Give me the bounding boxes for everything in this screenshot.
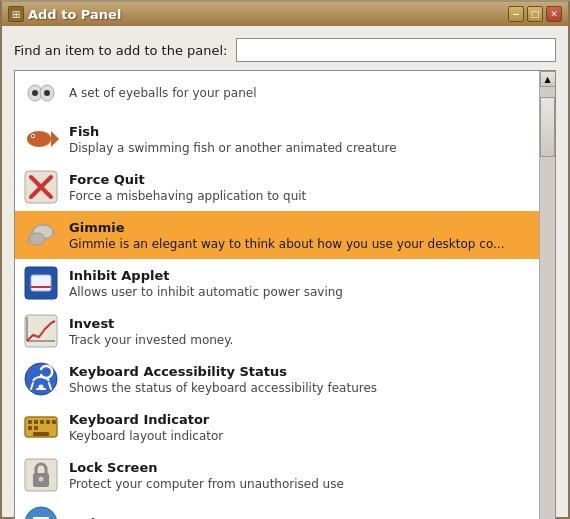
list-item[interactable]: Inhibit Applet Allows user to inhibit au… — [15, 259, 539, 307]
item-desc: A set of eyeballs for your panel — [69, 86, 257, 100]
item-icon — [23, 217, 59, 253]
item-text: Force Quit Force a misbehaving applicati… — [69, 172, 306, 203]
item-desc: Display a swimming fish or another anima… — [69, 141, 397, 155]
item-title: Lock Screen — [69, 460, 344, 475]
list-item[interactable]: Keyboard Indicator Keyboard layout indic… — [15, 403, 539, 451]
item-text: Fish Display a swimming fish or another … — [69, 124, 397, 155]
item-text: Keyboard Indicator Keyboard layout indic… — [69, 412, 223, 443]
window-icon: ⊞ — [8, 6, 24, 22]
item-desc: Keyboard layout indicator — [69, 429, 223, 443]
item-icon — [23, 265, 59, 301]
svg-rect-29 — [33, 432, 49, 436]
item-text: A set of eyeballs for your panel — [69, 86, 257, 100]
item-icon — [23, 121, 59, 157]
item-title: Force Quit — [69, 172, 306, 187]
search-row: Find an item to add to the panel: — [14, 38, 556, 62]
items-list: A set of eyeballs for your panel — [15, 71, 539, 519]
item-desc: Gimmie is an elegant way to think about … — [69, 237, 504, 251]
svg-rect-26 — [52, 420, 56, 424]
list-item[interactable]: Gimmie Gimmie is an elegant way to think… — [15, 211, 539, 259]
item-icon — [23, 409, 59, 445]
maximize-button[interactable]: □ — [527, 6, 543, 22]
svg-point-32 — [39, 477, 44, 482]
item-title: Inhibit Applet — [69, 268, 343, 283]
title-bar: ⊞ Add to Panel − □ ✕ — [2, 2, 568, 26]
item-title: Keyboard Indicator — [69, 412, 223, 427]
list-item[interactable]: A set of eyeballs for your panel — [15, 71, 539, 115]
svg-point-2 — [32, 90, 38, 96]
item-desc: Force a misbehaving application to quit — [69, 189, 306, 203]
item-text: Keyboard Accessibility Status Shows the … — [69, 364, 377, 395]
list-item[interactable]: Fish Display a swimming fish or another … — [15, 115, 539, 163]
item-title: Fish — [69, 124, 397, 139]
svg-rect-16 — [25, 315, 57, 347]
list-item[interactable]: Force Quit Force a misbehaving applicati… — [15, 163, 539, 211]
title-buttons: − □ ✕ — [508, 6, 562, 22]
search-label: Find an item to add to the panel: — [14, 43, 228, 58]
svg-rect-14 — [31, 275, 51, 291]
list-item[interactable]: Main Menu — [15, 499, 539, 519]
item-text: Inhibit Applet Allows user to inhibit au… — [69, 268, 343, 299]
list-container: A set of eyeballs for your panel — [14, 70, 556, 519]
minimize-button[interactable]: − — [508, 6, 524, 22]
item-desc: Shows the status of keyboard accessibili… — [69, 381, 377, 395]
list-item[interactable]: Invest Track your invested money. — [15, 307, 539, 355]
item-text: Lock Screen Protect your computer from u… — [69, 460, 344, 491]
svg-rect-25 — [46, 420, 50, 424]
scroll-up-button[interactable]: ▲ — [540, 71, 556, 87]
list-item[interactable]: Keyboard Accessibility Status Shows the … — [15, 355, 539, 403]
svg-point-3 — [44, 90, 50, 96]
title-bar-left: ⊞ Add to Panel — [8, 6, 121, 22]
window-title: Add to Panel — [28, 7, 121, 22]
svg-rect-27 — [28, 426, 32, 430]
item-title: Invest — [69, 316, 233, 331]
item-text: Gimmie Gimmie is an elegant way to think… — [69, 220, 504, 251]
item-desc: Allows user to inhibit automatic power s… — [69, 285, 343, 299]
item-icon — [23, 169, 59, 205]
item-title: Main Menu — [69, 516, 149, 520]
svg-point-4 — [27, 131, 51, 147]
item-icon — [23, 75, 59, 111]
scrollbar: ▲ ▼ — [539, 71, 555, 519]
main-content: Find an item to add to the panel: — [2, 26, 568, 519]
svg-point-7 — [32, 135, 34, 137]
svg-marker-5 — [51, 131, 59, 147]
svg-rect-24 — [40, 420, 44, 424]
item-icon — [23, 313, 59, 349]
item-title: Keyboard Accessibility Status — [69, 364, 377, 379]
list-item[interactable]: Lock Screen Protect your computer from u… — [15, 451, 539, 499]
search-input[interactable] — [236, 38, 557, 62]
item-text: Main Menu — [69, 516, 149, 520]
item-icon — [23, 505, 59, 519]
item-title: Gimmie — [69, 220, 504, 235]
scroll-track — [540, 87, 555, 519]
item-icon — [23, 457, 59, 493]
item-desc: Track your invested money. — [69, 333, 233, 347]
item-icon — [23, 361, 59, 397]
add-to-panel-window: ⊞ Add to Panel − □ ✕ Find an item to add… — [0, 0, 570, 519]
title-close-button[interactable]: ✕ — [546, 6, 562, 22]
scroll-thumb[interactable] — [540, 97, 555, 157]
svg-point-12 — [29, 233, 45, 245]
item-text: Invest Track your invested money. — [69, 316, 233, 347]
svg-rect-22 — [28, 420, 32, 424]
svg-rect-28 — [34, 426, 38, 430]
svg-rect-23 — [34, 420, 38, 424]
item-desc: Protect your computer from unauthorised … — [69, 477, 344, 491]
